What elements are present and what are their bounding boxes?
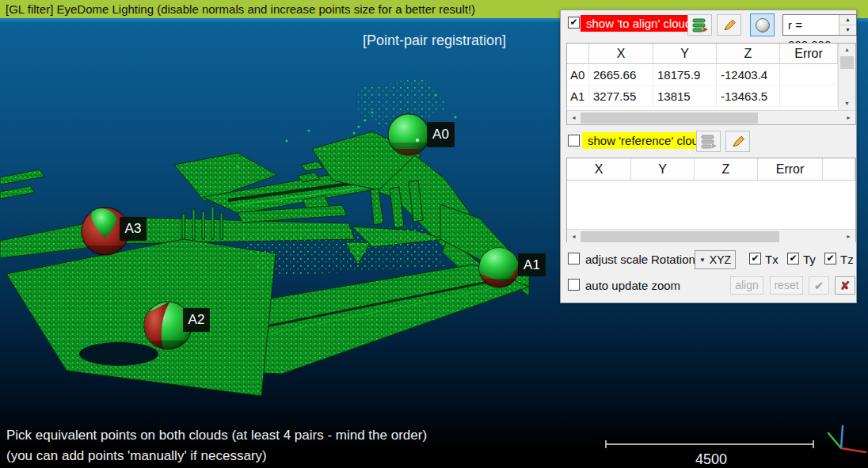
show-reference-checkbox[interactable]	[568, 135, 580, 146]
auto-update-zoom-label: auto update zoom	[585, 279, 680, 292]
scale-bar	[606, 440, 813, 448]
col-header-x: X	[567, 158, 631, 181]
row-a0-x[interactable]: 2665.66	[589, 64, 653, 86]
cloudcompare-point-pair-registration: { "banner": { "text": "[GL filter] EyeDo…	[0, 0, 868, 468]
scrollbar-thumb[interactable]	[581, 231, 779, 242]
scroll-left-icon[interactable]: ◄	[567, 115, 581, 120]
align-button[interactable]: align	[730, 276, 763, 295]
sphere-marker-toggle-button[interactable]	[750, 13, 775, 36]
edit-to-align-labels-button[interactable]	[717, 14, 741, 36]
scroll-down-icon[interactable]: ▼	[839, 97, 855, 110]
row-a0-y[interactable]: 18175.9	[653, 64, 717, 86]
tx-checkbox[interactable]: ✔	[749, 253, 761, 264]
sphere-icon	[755, 17, 771, 33]
rotation-mode-dropdown[interactable]: ▼ XYZ	[695, 250, 736, 269]
horizontal-scrollbar[interactable]: ◄ ►	[567, 229, 855, 243]
scrollbar-thumb[interactable]	[581, 112, 758, 124]
check-glyph: ✔	[826, 253, 834, 264]
to-align-cloud-label: show 'to align' cloud	[581, 15, 697, 32]
instruction-line-2: (you can add points 'manually' if necess…	[6, 448, 267, 464]
instruction-line-1: Pick equivalent points on both clouds (a…	[6, 428, 427, 443]
reference-points-table: X Y Z Error ◄ ►	[566, 158, 856, 242]
scale-bar-value: 4500	[680, 451, 743, 468]
spin-down-icon[interactable]: ▼	[839, 25, 856, 35]
export-reference-list-button[interactable]	[696, 131, 721, 152]
row-a0-id[interactable]: A0	[567, 64, 589, 86]
col-header-blank	[823, 158, 855, 181]
axis-trihedron-icon	[828, 426, 866, 452]
horizontal-scrollbar[interactable]: ◄ ►	[567, 110, 855, 124]
marker-radius-spinbox[interactable]: r = 200.000 ▲ ▼	[782, 14, 857, 36]
point-pair-registration-panel: ✔ show 'to align' cloud r = 200.000 ▲ ▼	[560, 10, 857, 303]
viewport-mode-title: [Point-pair registration]	[363, 32, 506, 49]
adjust-scale-label: adjust scale	[585, 253, 648, 266]
validate-button[interactable]: ✔	[809, 276, 829, 295]
col-header-y: Y	[631, 158, 695, 181]
scrollbar-thumb[interactable]	[840, 56, 854, 69]
adjust-scale-checkbox[interactable]	[568, 253, 580, 264]
col-header-x: X	[589, 44, 653, 64]
col-header-z: Z	[695, 158, 758, 181]
cancel-button[interactable]: ✘	[835, 276, 855, 295]
rotation-mode-value: XYZ	[710, 253, 731, 266]
scroll-right-icon[interactable]: ►	[842, 115, 855, 120]
ty-label: Ty	[803, 253, 816, 266]
col-header-y: Y	[653, 44, 717, 64]
scroll-up-icon[interactable]: ▲	[839, 44, 855, 56]
col-header-blank	[567, 44, 589, 64]
marker-label-a3: A3	[120, 217, 147, 241]
check-glyph: ✔	[751, 253, 759, 264]
tz-label: Tz	[840, 253, 854, 266]
row-a1-x[interactable]: 3277.55	[589, 86, 653, 107]
to-align-points-table: X Y Z Error ▲ ▼ A0 2665.66 18175.9 -1240…	[566, 43, 856, 125]
vertical-scrollbar[interactable]: ▲ ▼	[838, 44, 855, 110]
chevron-down-icon: ▼	[699, 257, 706, 264]
row-a1-error[interactable]	[780, 86, 838, 107]
row-a1-id[interactable]: A1	[567, 86, 589, 107]
spin-up-icon[interactable]: ▲	[839, 15, 856, 25]
marker-label-a0: A0	[427, 122, 455, 147]
check-glyph: ✔	[789, 253, 797, 264]
col-header-error: Error	[758, 158, 823, 181]
scroll-right-icon[interactable]: ►	[842, 234, 855, 239]
show-to-align-checkbox[interactable]: ✔	[568, 17, 580, 29]
pencil-icon	[731, 135, 745, 149]
row-a1-y[interactable]: 13815	[653, 86, 717, 107]
tx-label: Tx	[765, 253, 779, 266]
marker-label-a1: A1	[518, 253, 546, 276]
ty-checkbox[interactable]: ✔	[787, 253, 799, 264]
auto-update-zoom-checkbox[interactable]	[568, 279, 580, 291]
edit-reference-labels-button[interactable]	[725, 131, 750, 152]
row-a0-z[interactable]: -12403.4	[717, 64, 780, 86]
row-a0-error[interactable]	[780, 64, 838, 86]
pencil-icon	[722, 18, 737, 32]
point-list-icon-disabled	[701, 135, 717, 149]
reset-button[interactable]: reset	[770, 276, 803, 295]
point-list-icon	[692, 18, 708, 32]
reference-cloud-label: show 'reference' cloud	[582, 132, 710, 149]
marker-radius-value: r = 200.000	[783, 15, 839, 35]
marker-label-a2: A2	[183, 308, 210, 332]
check-glyph: ✔	[569, 17, 577, 28]
rotation-label: Rotation	[651, 253, 695, 266]
empty-table-body	[567, 181, 855, 229]
export-point-list-button[interactable]	[687, 14, 712, 36]
scroll-left-icon[interactable]: ◄	[567, 234, 581, 239]
col-header-error: Error	[780, 44, 838, 64]
tz-checkbox[interactable]: ✔	[824, 253, 836, 264]
row-a1-z[interactable]: -13463.5	[717, 86, 780, 107]
col-header-z: Z	[717, 44, 780, 64]
